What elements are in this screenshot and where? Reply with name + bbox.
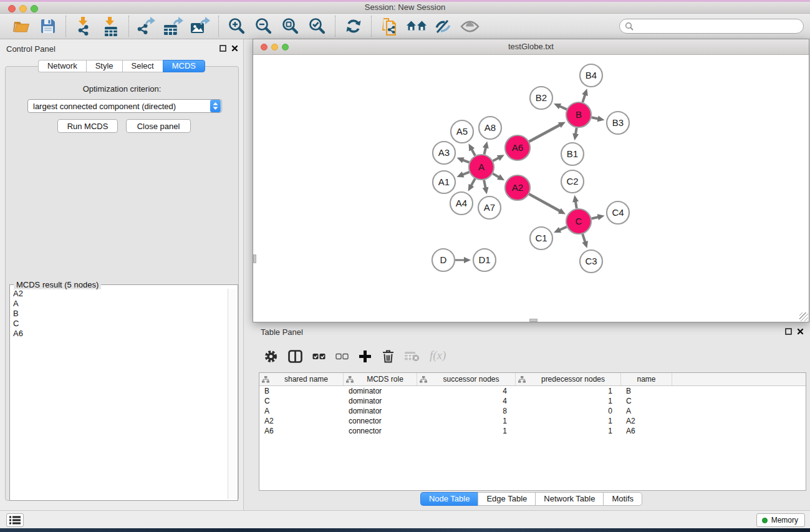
edge-B-B2[interactable] (559, 106, 567, 110)
zoom-in-button[interactable] (223, 14, 250, 38)
hide-graphics-details-button[interactable] (430, 14, 456, 38)
refresh-button[interactable] (340, 14, 367, 38)
horizontal-scrollbar-thumb[interactable] (529, 319, 538, 322)
memory-button[interactable]: Memory (756, 513, 805, 527)
cell-name: A6 (621, 427, 672, 435)
edge-A2-C[interactable] (529, 194, 561, 211)
network-zoom-traffic-light[interactable] (282, 44, 289, 51)
edge-A6-B[interactable] (529, 125, 561, 142)
dropdown-stepper-icon (210, 100, 221, 112)
mcds-result-item[interactable]: A (11, 299, 228, 309)
close-panel-icon[interactable] (231, 45, 238, 52)
mcds-result-item[interactable]: A6 (11, 329, 228, 339)
search-field[interactable] (619, 19, 804, 34)
vertical-scrollbar-thumb[interactable] (253, 254, 256, 263)
column-type-icon (262, 376, 269, 383)
gear-button[interactable] (264, 349, 278, 364)
table-body: Bdominator41BCdominator41CAdominator80AA… (259, 386, 806, 436)
edge-C-C3[interactable] (582, 234, 585, 243)
mcds-result-item[interactable]: C (11, 319, 228, 329)
network-close-traffic-light[interactable] (261, 44, 268, 51)
desktop-edge-bottom (0, 528, 810, 532)
tab-style[interactable]: Style (86, 60, 122, 72)
delete-icon (382, 355, 395, 365)
table-row[interactable]: A2connector11A2 (259, 416, 806, 426)
tab-network[interactable]: Network (38, 60, 86, 72)
tab-node-table[interactable]: Node Table (420, 492, 478, 506)
mcds-result-list[interactable]: A2ABCA6 (11, 289, 228, 499)
criterion-dropdown[interactable]: largest connected component (directed) (27, 99, 222, 113)
network-minimize-traffic-light[interactable] (271, 44, 278, 51)
zoom-selected-button[interactable] (304, 14, 330, 38)
tab-edge-table[interactable]: Edge Table (478, 492, 535, 506)
import-table-icon (103, 17, 119, 36)
task-history-button[interactable] (6, 513, 24, 527)
refresh-icon (345, 17, 362, 35)
tab-mcds[interactable]: MCDS (163, 60, 205, 72)
table-row[interactable]: Bdominator41B (259, 386, 806, 396)
export-image-button[interactable] (187, 14, 214, 38)
close-table-panel-icon[interactable] (797, 328, 804, 335)
save-button[interactable] (34, 14, 61, 38)
column-header-filler (672, 373, 806, 385)
node-label-A1: A1 (438, 177, 450, 187)
tab-motifs[interactable]: Motifs (603, 492, 642, 506)
cell-successor-nodes: 1 (417, 417, 516, 425)
node-table[interactable]: shared nameMCDS rolesuccessor nodesprede… (259, 372, 806, 491)
close-traffic-light[interactable] (8, 5, 16, 12)
edge-A-A7[interactable] (484, 180, 486, 189)
window-resize-grip[interactable] (799, 312, 808, 321)
mcds-result-item[interactable]: B (11, 309, 228, 319)
close-panel-button[interactable]: Close panel (126, 119, 191, 133)
zoom-fit-button[interactable] (277, 14, 304, 38)
table-row[interactable]: Cdominator41C (259, 396, 806, 406)
delete-button[interactable] (382, 349, 395, 363)
edge-arrow (572, 195, 579, 203)
run-mcds-button[interactable]: Run MCDS (57, 119, 118, 133)
import-network-button[interactable] (70, 14, 97, 38)
cell-predecessor-nodes: 1 (516, 417, 621, 425)
result-list-scrollbar[interactable] (228, 289, 236, 499)
add-button[interactable] (359, 350, 372, 363)
zoom-traffic-light[interactable] (31, 5, 38, 12)
cell-predecessor-nodes: 1 (516, 387, 621, 395)
table-row[interactable]: A6connector11A6 (259, 426, 806, 436)
export-table-button[interactable] (160, 14, 187, 38)
export-network-button[interactable] (133, 14, 160, 38)
column-header-successor-nodes[interactable]: successor nodes (417, 373, 516, 385)
checked-boxes-button[interactable] (312, 352, 325, 361)
tab-select[interactable]: Select (122, 60, 163, 72)
float-panel-icon[interactable] (219, 45, 226, 52)
node-label-B: B (576, 109, 582, 120)
zoom-out-icon (254, 17, 273, 36)
search-input[interactable] (634, 20, 803, 32)
clone-network-icon (381, 17, 398, 36)
column-header-predecessor-nodes[interactable]: predecessor nodes (516, 373, 621, 385)
unchecked-boxes-button[interactable] (335, 352, 349, 361)
memory-label: Memory (771, 516, 798, 525)
column-header-shared-name[interactable]: shared name (259, 373, 344, 385)
edge-B-B4[interactable] (582, 94, 585, 102)
network-graph[interactable]: AA1A2A3A4A5A6A7A8BB1B2B3B4CC1C2C3C4DD1 (253, 55, 809, 322)
zoom-out-button[interactable] (250, 14, 277, 38)
column-header-MCDS-role[interactable]: MCDS role (344, 373, 417, 385)
app-titlebar[interactable]: Session: New Session (0, 2, 810, 14)
network-canvas[interactable]: AA1A2A3A4A5A6A7A8BB1B2B3B4CC1C2C3C4DD1 (253, 55, 809, 322)
column-header-name[interactable]: name (621, 373, 672, 385)
table-row[interactable]: Adominator80A (259, 406, 806, 416)
control-panel-title: Control Panel (6, 44, 55, 54)
clone-network-button[interactable] (376, 14, 403, 38)
network-window-titlebar[interactable]: testGlobe.txt (253, 39, 809, 55)
show-graphics-details-button[interactable] (456, 14, 483, 38)
columns-button[interactable] (288, 350, 302, 363)
tab-network-table[interactable]: Network Table (535, 492, 603, 506)
edge-A-A4[interactable] (471, 178, 475, 186)
minimize-traffic-light[interactable] (19, 5, 27, 12)
home-views-button[interactable] (403, 14, 430, 38)
mcds-result-item[interactable]: A2 (11, 289, 228, 299)
open-folder-button[interactable] (7, 14, 34, 38)
node-label-A: A (478, 162, 485, 172)
import-table-button[interactable] (97, 14, 124, 38)
float-table-panel-icon[interactable] (785, 328, 792, 335)
edge-C-C1[interactable] (559, 227, 567, 231)
